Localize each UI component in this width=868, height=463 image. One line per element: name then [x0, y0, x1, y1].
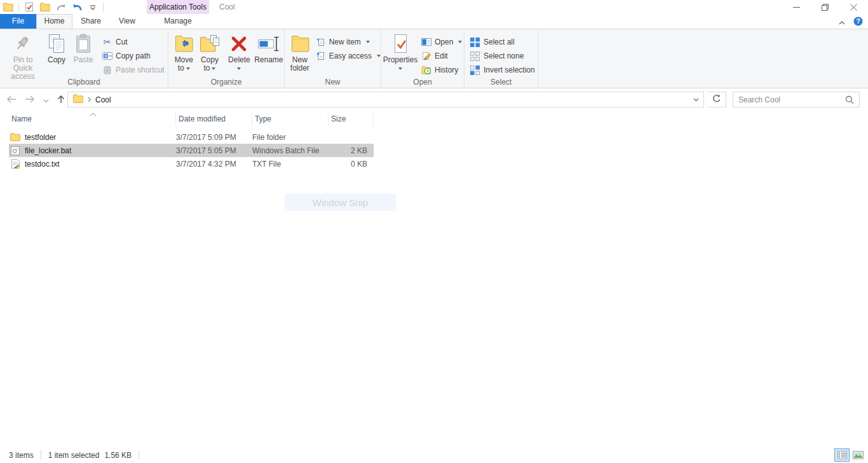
collapse-ribbon-icon[interactable]: [839, 18, 845, 27]
address-bar[interactable]: Cool: [67, 92, 704, 107]
window-snip-label: Window Snip: [313, 197, 369, 208]
ribbon-group-open: Properties Open Edit: [381, 29, 465, 88]
recent-locations-icon[interactable]: [43, 96, 49, 105]
file-name: file_locker.bat: [25, 146, 71, 155]
history-button[interactable]: History: [421, 63, 462, 77]
column-headers: Name Date modified Type Size: [9, 112, 374, 126]
open-button[interactable]: Open: [421, 35, 462, 49]
dropdown-arrow-icon: [398, 67, 402, 70]
easy-access-icon: [315, 52, 326, 60]
history-icon: [421, 66, 431, 74]
column-header-date-modified[interactable]: Date modified: [176, 112, 252, 126]
paste-shortcut-icon: [102, 66, 112, 74]
select-all-button[interactable]: Select all: [470, 35, 535, 49]
paste-icon: [74, 32, 92, 55]
qat-undo-icon[interactable]: [71, 1, 83, 13]
invert-selection-button[interactable]: Invert selection: [470, 63, 535, 77]
status-bar: 3 items 1 item selected 1.56 KB: [0, 447, 868, 463]
help-icon[interactable]: ?: [853, 17, 863, 28]
paste-button[interactable]: Paste: [70, 31, 97, 64]
cut-button[interactable]: ✂ Cut: [102, 35, 165, 49]
properties-button[interactable]: Properties: [383, 31, 418, 73]
file-type: TXT File: [252, 160, 329, 169]
move-to-button[interactable]: Move to: [171, 31, 197, 73]
ribbon-corner-controls: ?: [839, 17, 863, 28]
paste-shortcut-button[interactable]: Paste shortcut: [102, 63, 165, 77]
address-bar-row: Cool: [0, 89, 868, 109]
table-row[interactable]: testfolder 3/7/2017 5:09 PM File folder: [9, 130, 374, 144]
pin-to-quick-access-button[interactable]: Pin to Quick access: [3, 31, 43, 81]
large-icons-view-icon: [853, 451, 864, 459]
restore-button[interactable]: [811, 0, 839, 14]
tab-share[interactable]: Share: [72, 14, 109, 29]
file-icon: [10, 133, 20, 141]
file-date-modified: 3/7/2017 5:09 PM: [176, 133, 252, 142]
dropdown-arrow-icon: [186, 67, 190, 70]
window-title: Cool: [219, 0, 235, 14]
edit-button[interactable]: Edit: [421, 49, 462, 63]
new-folder-button[interactable]: New folder: [288, 31, 311, 73]
quick-access-toolbar: [3, 1, 104, 13]
easy-access-button[interactable]: Easy access: [315, 49, 381, 63]
breadcrumb-chevron-icon[interactable]: [88, 95, 91, 104]
copy-button[interactable]: Copy: [43, 31, 70, 64]
dropdown-arrow-icon: [237, 67, 241, 70]
contextual-tab-group: Application Tools: [147, 0, 209, 14]
select-none-button[interactable]: Select none: [470, 49, 535, 63]
forward-icon[interactable]: [25, 95, 35, 105]
file-name: testfolder: [25, 133, 56, 142]
clipboard-group-label: Clipboard: [0, 78, 168, 86]
search-icon[interactable]: [845, 95, 854, 104]
tab-view[interactable]: View: [109, 14, 145, 29]
pin-label: Pin to Quick access: [11, 55, 34, 81]
delete-button[interactable]: Delete: [225, 31, 253, 73]
up-icon[interactable]: [57, 95, 65, 106]
properties-label: Properties: [383, 55, 418, 64]
copy-path-button[interactable]: w Copy path: [102, 49, 165, 63]
large-icons-view-button[interactable]: [851, 449, 865, 461]
column-header-size[interactable]: Size: [329, 112, 374, 126]
details-view-button[interactable]: [835, 449, 849, 461]
copy-to-label: Copy to: [201, 55, 219, 73]
rename-icon: [257, 32, 280, 55]
window-controls: [782, 0, 868, 14]
breadcrumb-segment[interactable]: Cool: [95, 95, 111, 104]
new-item-button[interactable]: New item: [315, 35, 381, 49]
rename-button[interactable]: Rename: [254, 31, 284, 64]
address-dropdown-icon[interactable]: [688, 92, 703, 107]
minimize-button[interactable]: [782, 0, 811, 14]
table-row[interactable]: file_locker.bat 3/7/2017 5:05 PM Windows…: [9, 144, 374, 157]
svg-text:?: ?: [856, 18, 860, 25]
ribbon-group-select: Select all Select none Invert selection: [465, 29, 538, 88]
breadcrumb-folder-icon: [73, 94, 83, 105]
qat-redo-icon[interactable]: [55, 1, 67, 13]
copy-to-button[interactable]: Copy to: [197, 31, 223, 73]
details-view-icon: [837, 451, 847, 459]
invert-selection-label: Invert selection: [484, 66, 535, 74]
qat-customize-icon[interactable]: [87, 1, 98, 13]
ribbon: Pin to Quick access Copy Paste ✂: [0, 29, 868, 88]
search-input[interactable]: [733, 95, 845, 104]
selection-size: 1.56 KB: [104, 451, 132, 460]
column-header-type[interactable]: Type: [252, 112, 329, 126]
tab-home[interactable]: Home: [36, 14, 72, 29]
qat-properties-icon[interactable]: [24, 1, 35, 13]
select-all-label: Select all: [484, 38, 515, 46]
table-row[interactable]: testdoc.txt 3/7/2017 4:32 PM TXT File 0 …: [9, 157, 374, 170]
pin-icon: [15, 32, 31, 55]
tab-file[interactable]: File: [0, 14, 36, 29]
new-item-label: New item: [329, 38, 361, 46]
copy-icon: [47, 32, 66, 55]
file-list-pane: Name Date modified Type Size testfolder …: [0, 109, 868, 447]
file-name: testdoc.txt: [25, 160, 60, 169]
close-button[interactable]: [839, 0, 868, 14]
back-icon[interactable]: [6, 95, 17, 105]
qat-new-folder-icon[interactable]: [39, 1, 51, 13]
organize-group-label: Organize: [168, 78, 284, 86]
breadcrumb: Cool: [73, 94, 111, 105]
file-icon: [10, 159, 20, 169]
refresh-icon: [712, 94, 721, 105]
qat-divider: [103, 3, 104, 11]
refresh-button[interactable]: [707, 92, 726, 107]
tab-manage[interactable]: Manage: [145, 14, 211, 29]
